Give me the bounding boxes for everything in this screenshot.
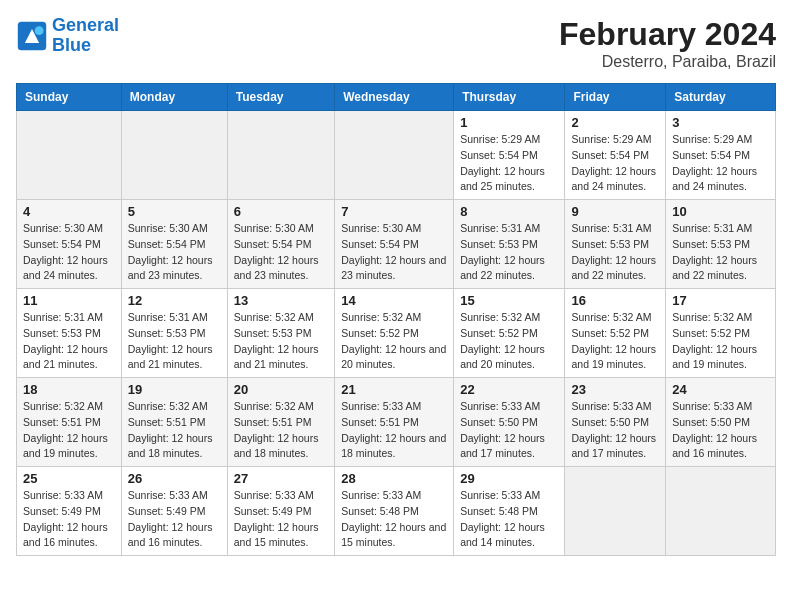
calendar-cell: 28Sunrise: 5:33 AMSunset: 5:48 PMDayligh… — [335, 467, 454, 556]
day-number: 13 — [234, 293, 328, 308]
day-info: Sunrise: 5:30 AMSunset: 5:54 PMDaylight:… — [234, 221, 328, 284]
calendar-cell: 29Sunrise: 5:33 AMSunset: 5:48 PMDayligh… — [454, 467, 565, 556]
day-number: 2 — [571, 115, 659, 130]
day-info: Sunrise: 5:29 AMSunset: 5:54 PMDaylight:… — [571, 132, 659, 195]
logo: General Blue — [16, 16, 119, 56]
calendar-week-2: 11Sunrise: 5:31 AMSunset: 5:53 PMDayligh… — [17, 289, 776, 378]
day-number: 15 — [460, 293, 558, 308]
day-number: 16 — [571, 293, 659, 308]
day-info: Sunrise: 5:33 AMSunset: 5:49 PMDaylight:… — [128, 488, 221, 551]
calendar-cell: 13Sunrise: 5:32 AMSunset: 5:53 PMDayligh… — [227, 289, 334, 378]
day-info: Sunrise: 5:31 AMSunset: 5:53 PMDaylight:… — [460, 221, 558, 284]
calendar-cell: 12Sunrise: 5:31 AMSunset: 5:53 PMDayligh… — [121, 289, 227, 378]
day-info: Sunrise: 5:32 AMSunset: 5:52 PMDaylight:… — [341, 310, 447, 373]
day-number: 3 — [672, 115, 769, 130]
day-info: Sunrise: 5:32 AMSunset: 5:52 PMDaylight:… — [672, 310, 769, 373]
day-number: 5 — [128, 204, 221, 219]
day-info: Sunrise: 5:29 AMSunset: 5:54 PMDaylight:… — [672, 132, 769, 195]
day-info: Sunrise: 5:29 AMSunset: 5:54 PMDaylight:… — [460, 132, 558, 195]
calendar-cell: 18Sunrise: 5:32 AMSunset: 5:51 PMDayligh… — [17, 378, 122, 467]
calendar-cell — [121, 111, 227, 200]
day-number: 19 — [128, 382, 221, 397]
day-number: 11 — [23, 293, 115, 308]
day-number: 7 — [341, 204, 447, 219]
calendar-table: SundayMondayTuesdayWednesdayThursdayFrid… — [16, 83, 776, 556]
calendar-cell: 20Sunrise: 5:32 AMSunset: 5:51 PMDayligh… — [227, 378, 334, 467]
day-info: Sunrise: 5:33 AMSunset: 5:51 PMDaylight:… — [341, 399, 447, 462]
day-number: 21 — [341, 382, 447, 397]
calendar-cell: 5Sunrise: 5:30 AMSunset: 5:54 PMDaylight… — [121, 200, 227, 289]
calendar-cell: 16Sunrise: 5:32 AMSunset: 5:52 PMDayligh… — [565, 289, 666, 378]
header-cell-friday: Friday — [565, 84, 666, 111]
calendar-cell: 7Sunrise: 5:30 AMSunset: 5:54 PMDaylight… — [335, 200, 454, 289]
day-info: Sunrise: 5:33 AMSunset: 5:50 PMDaylight:… — [460, 399, 558, 462]
header-cell-tuesday: Tuesday — [227, 84, 334, 111]
calendar-cell: 6Sunrise: 5:30 AMSunset: 5:54 PMDaylight… — [227, 200, 334, 289]
day-number: 25 — [23, 471, 115, 486]
day-info: Sunrise: 5:33 AMSunset: 5:50 PMDaylight:… — [571, 399, 659, 462]
header-cell-thursday: Thursday — [454, 84, 565, 111]
calendar-cell: 27Sunrise: 5:33 AMSunset: 5:49 PMDayligh… — [227, 467, 334, 556]
calendar-cell: 25Sunrise: 5:33 AMSunset: 5:49 PMDayligh… — [17, 467, 122, 556]
day-info: Sunrise: 5:32 AMSunset: 5:52 PMDaylight:… — [460, 310, 558, 373]
logo-text: General Blue — [52, 16, 119, 56]
day-info: Sunrise: 5:33 AMSunset: 5:50 PMDaylight:… — [672, 399, 769, 462]
day-number: 12 — [128, 293, 221, 308]
calendar-cell: 2Sunrise: 5:29 AMSunset: 5:54 PMDaylight… — [565, 111, 666, 200]
calendar-cell — [17, 111, 122, 200]
day-info: Sunrise: 5:32 AMSunset: 5:51 PMDaylight:… — [128, 399, 221, 462]
day-info: Sunrise: 5:33 AMSunset: 5:49 PMDaylight:… — [234, 488, 328, 551]
logo-line1: General — [52, 15, 119, 35]
svg-point-2 — [35, 26, 44, 35]
day-number: 20 — [234, 382, 328, 397]
day-number: 29 — [460, 471, 558, 486]
calendar-cell: 1Sunrise: 5:29 AMSunset: 5:54 PMDaylight… — [454, 111, 565, 200]
day-info: Sunrise: 5:31 AMSunset: 5:53 PMDaylight:… — [672, 221, 769, 284]
day-info: Sunrise: 5:32 AMSunset: 5:51 PMDaylight:… — [23, 399, 115, 462]
calendar-cell: 8Sunrise: 5:31 AMSunset: 5:53 PMDaylight… — [454, 200, 565, 289]
day-number: 9 — [571, 204, 659, 219]
calendar-cell: 10Sunrise: 5:31 AMSunset: 5:53 PMDayligh… — [666, 200, 776, 289]
calendar-week-3: 18Sunrise: 5:32 AMSunset: 5:51 PMDayligh… — [17, 378, 776, 467]
calendar-cell: 14Sunrise: 5:32 AMSunset: 5:52 PMDayligh… — [335, 289, 454, 378]
calendar-header: SundayMondayTuesdayWednesdayThursdayFrid… — [17, 84, 776, 111]
day-info: Sunrise: 5:31 AMSunset: 5:53 PMDaylight:… — [571, 221, 659, 284]
day-number: 23 — [571, 382, 659, 397]
calendar-body: 1Sunrise: 5:29 AMSunset: 5:54 PMDaylight… — [17, 111, 776, 556]
day-info: Sunrise: 5:30 AMSunset: 5:54 PMDaylight:… — [128, 221, 221, 284]
day-number: 18 — [23, 382, 115, 397]
day-number: 4 — [23, 204, 115, 219]
calendar-cell: 24Sunrise: 5:33 AMSunset: 5:50 PMDayligh… — [666, 378, 776, 467]
calendar-cell — [565, 467, 666, 556]
day-number: 14 — [341, 293, 447, 308]
page-header: General Blue February 2024 Desterro, Par… — [16, 16, 776, 71]
header-row: SundayMondayTuesdayWednesdayThursdayFrid… — [17, 84, 776, 111]
day-number: 27 — [234, 471, 328, 486]
header-cell-monday: Monday — [121, 84, 227, 111]
logo-icon — [16, 20, 48, 52]
day-number: 24 — [672, 382, 769, 397]
calendar-week-0: 1Sunrise: 5:29 AMSunset: 5:54 PMDaylight… — [17, 111, 776, 200]
logo-line2: Blue — [52, 35, 91, 55]
day-info: Sunrise: 5:31 AMSunset: 5:53 PMDaylight:… — [23, 310, 115, 373]
page-title: February 2024 — [559, 16, 776, 53]
day-number: 28 — [341, 471, 447, 486]
day-info: Sunrise: 5:32 AMSunset: 5:53 PMDaylight:… — [234, 310, 328, 373]
day-number: 17 — [672, 293, 769, 308]
day-info: Sunrise: 5:33 AMSunset: 5:48 PMDaylight:… — [460, 488, 558, 551]
calendar-cell: 26Sunrise: 5:33 AMSunset: 5:49 PMDayligh… — [121, 467, 227, 556]
day-number: 22 — [460, 382, 558, 397]
calendar-cell: 15Sunrise: 5:32 AMSunset: 5:52 PMDayligh… — [454, 289, 565, 378]
day-info: Sunrise: 5:30 AMSunset: 5:54 PMDaylight:… — [23, 221, 115, 284]
day-info: Sunrise: 5:30 AMSunset: 5:54 PMDaylight:… — [341, 221, 447, 284]
day-info: Sunrise: 5:33 AMSunset: 5:48 PMDaylight:… — [341, 488, 447, 551]
header-cell-wednesday: Wednesday — [335, 84, 454, 111]
calendar-cell — [666, 467, 776, 556]
day-number: 10 — [672, 204, 769, 219]
header-cell-sunday: Sunday — [17, 84, 122, 111]
calendar-cell: 4Sunrise: 5:30 AMSunset: 5:54 PMDaylight… — [17, 200, 122, 289]
day-info: Sunrise: 5:32 AMSunset: 5:51 PMDaylight:… — [234, 399, 328, 462]
calendar-cell: 11Sunrise: 5:31 AMSunset: 5:53 PMDayligh… — [17, 289, 122, 378]
day-number: 26 — [128, 471, 221, 486]
calendar-cell — [335, 111, 454, 200]
